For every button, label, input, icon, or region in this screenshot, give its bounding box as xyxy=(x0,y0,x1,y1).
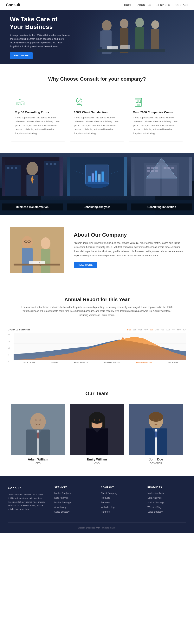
footer-company-heading: COMPANY xyxy=(101,486,140,489)
nav-logo[interactable]: Consult xyxy=(6,3,20,7)
team-photo-1 xyxy=(70,404,124,455)
chart-y-5: 5 xyxy=(8,354,10,356)
svg-rect-53 xyxy=(44,161,59,196)
hero-description: It was popularised in the 1960s with the… xyxy=(10,34,72,48)
footer-service-2[interactable]: Market Strategy xyxy=(54,501,71,504)
svg-rect-80 xyxy=(155,170,158,172)
svg-marker-122 xyxy=(86,428,97,455)
svg-point-67 xyxy=(85,180,109,188)
footer-services-heading: SERVICES xyxy=(54,486,93,489)
svg-marker-130 xyxy=(145,428,156,455)
svg-rect-22 xyxy=(20,99,21,99)
svg-rect-83 xyxy=(171,167,174,168)
svg-point-135 xyxy=(157,420,159,421)
footer-service-1[interactable]: Data Analysis xyxy=(54,496,69,499)
svg-rect-26 xyxy=(136,100,138,102)
footer-brand: Consult Donec faucibus. Nunc iaculis sus… xyxy=(8,486,47,515)
consulting-firms-icon xyxy=(15,96,61,107)
svg-rect-78 xyxy=(147,170,150,172)
why-section: Why Choose Consult for your company? Top… xyxy=(0,64,194,153)
annual-title: Annual Report for this Year xyxy=(8,296,186,302)
footer-company-links: About Company Products Services Website … xyxy=(101,492,140,513)
svg-rect-28 xyxy=(137,104,140,106)
why-title: Why Choose Consult for your company? xyxy=(8,76,186,82)
svg-rect-13 xyxy=(120,45,130,49)
footer-services-links: Market Analysis Data Analysis Market Str… xyxy=(54,492,93,513)
svg-marker-131 xyxy=(156,428,167,455)
banner-item-2[interactable]: Consulting Innovation xyxy=(129,153,194,215)
svg-rect-55 xyxy=(11,167,13,168)
footer-product-3[interactable]: Website Blog xyxy=(147,506,161,508)
footer-company-0[interactable]: About Company xyxy=(101,492,118,494)
svg-rect-56 xyxy=(15,167,17,168)
chart-month-jan: JAN xyxy=(155,329,159,331)
svg-rect-59 xyxy=(54,163,56,165)
footer-company-2[interactable]: Services xyxy=(101,501,110,504)
footer-company-4[interactable]: Partners xyxy=(101,510,110,513)
footer-product-4[interactable]: Sales Strategy xyxy=(147,510,162,513)
about-cta-button[interactable]: READ MORE xyxy=(74,262,97,268)
companies-icon xyxy=(133,96,179,107)
footer-service-4[interactable]: Sales Strategy xyxy=(54,510,69,513)
team-card-0: Adam William CEO xyxy=(11,404,65,465)
footer-logo: Consult xyxy=(8,486,47,490)
banner-item-1[interactable]: Consulting Analytics xyxy=(65,153,129,215)
team-card-2: John Doe DESIGNER xyxy=(129,404,183,465)
consulting-innovation-thumb xyxy=(131,157,192,196)
chart-y-10: 10 xyxy=(8,347,10,349)
team-title: Our Team xyxy=(8,390,186,396)
svg-rect-79 xyxy=(151,170,154,172)
chart-x-dreams: Dreams, Explore xyxy=(22,362,35,364)
why-card-1: 100% Clinet Satisfaction It was populari… xyxy=(70,90,124,142)
nav-about[interactable]: ABOUT US xyxy=(137,4,151,6)
svg-point-5 xyxy=(120,19,128,28)
footer-company-1[interactable]: Products xyxy=(101,496,110,499)
chart-month-dec: DEC xyxy=(127,329,131,331)
why-card-1-title: 100% Clinet Satisfaction xyxy=(74,110,120,114)
svg-point-2 xyxy=(102,20,112,31)
about-text: Aliquam libero nisi, imperdiet at, tinci… xyxy=(74,241,184,258)
nav-contact[interactable]: CONTACT xyxy=(175,4,188,6)
svg-rect-52 xyxy=(5,165,21,196)
chart-wrapper: OVERALL SUMMARY DEC SEP OCT NOV DEC JAN … xyxy=(8,325,186,367)
about-content: About Our Company Aliquam libero nisi, i… xyxy=(74,232,184,268)
svg-rect-82 xyxy=(168,167,170,168)
about-section: About Our Company Aliquam libero nisi, i… xyxy=(0,215,194,285)
footer-service-3[interactable]: Advertising xyxy=(54,506,66,508)
annual-desc: It has survived not only five centuries,… xyxy=(20,305,175,317)
svg-rect-19 xyxy=(18,104,19,105)
chart-month-mar: MAR xyxy=(166,329,170,331)
svg-rect-115 xyxy=(11,404,65,455)
chart-month-oct: OCT xyxy=(138,329,142,331)
svg-rect-12 xyxy=(107,46,118,50)
banner-label-2: Consulting Innovation xyxy=(131,204,192,210)
svg-rect-10 xyxy=(151,29,159,52)
about-title: About Our Company xyxy=(74,232,184,238)
hero-section: We Take Care of Your Business It was pop… xyxy=(0,10,194,64)
chart-month-apr: APR xyxy=(172,329,175,331)
why-card-0-title: Top 50 Consulting Firms xyxy=(15,110,61,114)
banner-item-0[interactable]: Business Transformation xyxy=(0,153,65,215)
chart-y-labels: 20 15 10 5 0 xyxy=(8,333,10,364)
footer-service-0[interactable]: Market Analysis xyxy=(54,492,71,494)
nav-services[interactable]: SERVICES xyxy=(156,4,170,6)
svg-rect-77 xyxy=(155,167,158,168)
team-name-1: Emily William xyxy=(70,458,124,461)
chart-x-family: Family Adventure xyxy=(74,362,88,364)
nav-home[interactable]: HOME xyxy=(124,4,132,6)
svg-rect-93 xyxy=(29,261,45,264)
why-card-2-title: Over 2000 Companies Cases xyxy=(133,110,179,114)
footer-product-2[interactable]: Market Strategy xyxy=(147,501,164,504)
footer-company-3[interactable]: Website Blog xyxy=(101,506,114,508)
hero-cta-button[interactable]: READ MORE xyxy=(10,52,33,59)
why-cards: Top 50 Consulting Firms It was popularis… xyxy=(8,90,186,142)
hero-background xyxy=(68,10,194,64)
svg-point-124 xyxy=(94,419,95,421)
footer-services: SERVICES Market Analysis Data Analysis M… xyxy=(54,486,93,515)
chart-container: 20 15 10 5 0 xyxy=(8,333,186,364)
svg-rect-81 xyxy=(164,167,167,168)
team-card-1: Emily William COO xyxy=(70,404,124,465)
footer-products-links: Market Analysis Data Analysis Market Str… xyxy=(147,492,186,513)
footer-product-0[interactable]: Market Analysis xyxy=(147,492,164,494)
footer-product-1[interactable]: Data Analysis xyxy=(147,496,162,499)
